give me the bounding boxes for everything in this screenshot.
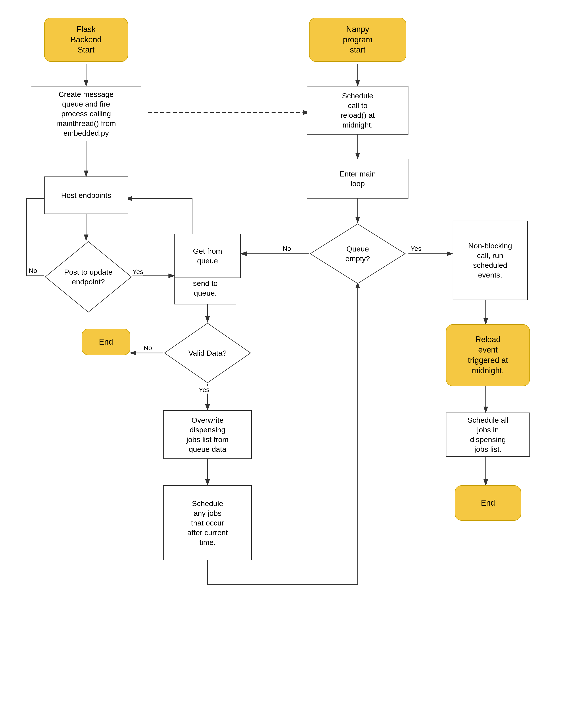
label-yes-valid: Yes	[199, 386, 209, 394]
node-valid-data: Valid Data?	[163, 322, 252, 384]
label-yes-queue: Yes	[411, 245, 422, 252]
node-create-queue: Create message queue and fire process ca…	[31, 86, 141, 141]
node-host-endpoints: Host endpoints	[44, 176, 128, 214]
node-end-right: End	[455, 485, 521, 521]
node-schedule-jobs-current: Schedule any jobs that occur after curre…	[163, 485, 252, 560]
node-nanpy-start: Nanpy program start	[309, 18, 406, 62]
node-flask-start: Flask Backend Start	[44, 18, 128, 62]
node-post-to-update: Post to update endpoint?	[44, 240, 132, 313]
label-no-queue: No	[283, 245, 291, 252]
node-schedule-reload: Schedule call to reload() at midnight.	[307, 86, 409, 135]
node-enter-main-loop: Enter main loop	[307, 159, 409, 199]
node-get-from-queue: Get from queue	[174, 234, 241, 278]
flowchart: Flask Backend Start Create message queue…	[0, 0, 563, 728]
node-queue-empty: Queue empty?	[309, 223, 406, 285]
node-end-left: End	[82, 329, 130, 355]
node-overwrite-dispensing: Overwrite dispensing jobs list from queu…	[163, 410, 252, 459]
label-no-post: No	[29, 267, 37, 274]
node-schedule-jobs-dispensing: Schedule all jobs in dispensing jobs lis…	[446, 413, 530, 457]
label-yes-post: Yes	[132, 268, 143, 276]
node-non-blocking: Non-blocking call, run scheduled events.	[453, 221, 528, 300]
label-no-valid: No	[143, 344, 152, 352]
node-reload-event: Reload event triggered at midnight.	[446, 324, 530, 386]
